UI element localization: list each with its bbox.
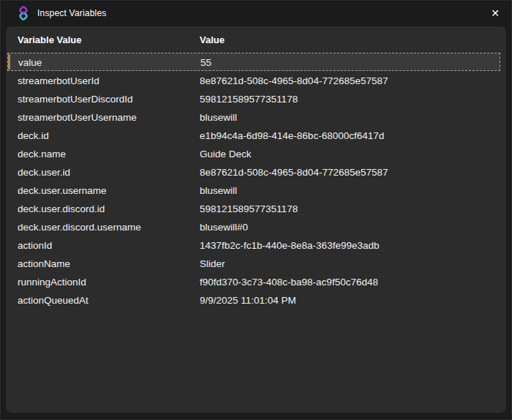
table-row[interactable]: deck.nameGuide Deck [7,144,500,162]
titlebar: Inspect Variables ✕ [0,0,512,26]
table-row[interactable]: actionId1437fb2c-fc1b-440e-8e8a-363fe99e… [7,236,500,254]
table-row[interactable]: deck.user.id8e87621d-508c-4965-8d04-7726… [7,162,500,181]
variable-value-cell: blusewill [200,184,237,195]
variable-name-cell: actionQueuedAt [18,294,89,305]
table-body: value55streamerbotUserId8e87621d-508c-49… [7,53,500,309]
close-icon: ✕ [491,7,500,19]
variable-name-cell: deck.id [18,130,49,140]
variable-name-cell: deck.user.discord.id [18,203,105,214]
variable-name-cell: streamerbotUserId [18,75,99,86]
variable-value-cell: Guide Deck [200,148,252,159]
variable-name-cell: streamerbotUserDiscordId [18,93,133,104]
variable-value-cell: f90fd370-3c73-408c-ba98-ac9f50c76d48 [200,276,378,287]
close-button[interactable]: ✕ [478,0,512,26]
table-row[interactable]: deck.user.usernameblusewill [7,181,500,199]
table-row[interactable]: runningActionIdf90fd370-3c73-408c-ba98-a… [7,272,500,290]
variable-value-cell: e1b94c4a-6d98-414e-86bc-68000cf6417d [200,130,384,140]
variable-value-cell: blusewill [200,111,237,122]
variable-name-cell: deck.user.username [18,184,107,195]
variable-name-cell: deck.name [18,148,66,159]
table-row[interactable]: streamerbotUserDiscordId5981215895773511… [7,89,500,108]
table-row[interactable]: value55 [7,53,500,71]
inspect-variables-window: Inspect Variables ✕ Variable Value Value… [0,0,512,420]
variable-value-cell: 9/9/2025 11:01:04 PM [200,294,296,305]
variable-name-cell: actionName [18,258,70,269]
table-header: Variable Value Value [6,26,506,53]
variable-value-cell: 55 [200,56,211,67]
row-focus-marker [8,54,10,70]
variable-value-cell: Slider [200,258,225,269]
table-row[interactable]: deck.user.discord.id598121589577351178 [7,199,500,217]
table-row[interactable]: actionQueuedAt9/9/2025 11:01:04 PM [7,290,500,309]
variable-name-cell: actionId [18,239,52,250]
variable-name-cell: streamerbotUserUsername [18,111,137,122]
variable-name-cell: deck.user.discord.username [18,221,141,232]
streamerbot-logo-icon [18,6,29,20]
variable-value-cell: 598121589577351178 [200,93,298,104]
variable-value-cell: 598121589577351178 [200,203,298,214]
table-row[interactable]: deck.user.discord.usernameblusewill#0 [7,217,500,236]
variable-value-cell: blusewill#0 [200,221,248,232]
variable-value-cell: 8e87621d-508c-4965-8d04-772685e57587 [200,166,388,177]
variable-name-cell: runningActionId [18,276,86,287]
column-header-value: Value [200,34,225,45]
column-header-variable: Variable Value [18,34,81,45]
variable-name-cell: value [18,56,42,67]
variable-value-cell: 1437fb2c-fc1b-440e-8e8a-363fe99e3adb [200,239,379,250]
variables-panel: Variable Value Value value55streamerbotU… [6,26,506,413]
window-title: Inspect Variables [37,8,107,18]
table-row[interactable]: streamerbotUserId8e87621d-508c-4965-8d04… [7,71,500,89]
variable-value-cell: 8e87621d-508c-4965-8d04-772685e57587 [200,75,388,86]
table-row[interactable]: actionNameSlider [7,254,500,272]
table-row[interactable]: streamerbotUserUsernameblusewill [7,108,500,126]
table-row[interactable]: deck.ide1b94c4a-6d98-414e-86bc-68000cf64… [7,126,500,144]
variable-name-cell: deck.user.id [18,166,70,177]
